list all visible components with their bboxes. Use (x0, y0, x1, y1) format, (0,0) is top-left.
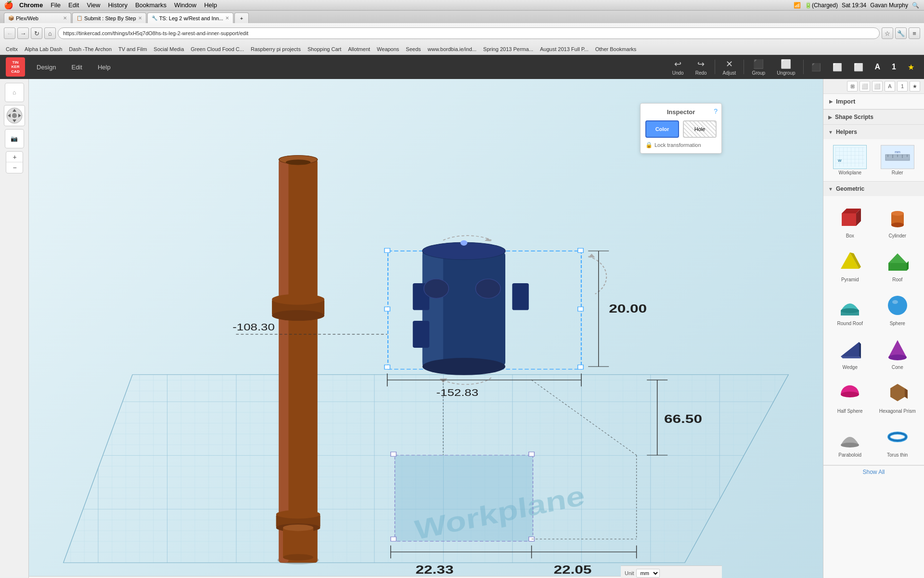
shape-pyramid[interactable]: Pyramid (827, 244, 873, 286)
sidebar-grid-view[interactable]: ⊞ (847, 81, 858, 92)
zoom-out-button[interactable]: − (6, 162, 23, 173)
redo-button[interactable]: ↪ Redo (692, 57, 711, 78)
extensions-btn[interactable]: 🔧 (895, 27, 907, 39)
menu-file[interactable]: File (51, 1, 61, 9)
bookmark-allotment[interactable]: Allotment (345, 45, 373, 53)
menu-edit[interactable]: Edit (68, 1, 79, 9)
undo-button[interactable]: ↩ Undo (668, 57, 688, 78)
svg-rect-40 (413, 321, 429, 348)
hole-button[interactable]: Hole (683, 120, 717, 138)
tab-favicon-active: 🔧 (152, 15, 157, 21)
shape-cone[interactable]: Cone (875, 331, 921, 373)
helper-ruler[interactable]: mm Ruler (875, 143, 921, 177)
view-letter-btn[interactable]: A (871, 61, 885, 73)
sidebar-num-view[interactable]: 1 (897, 81, 908, 92)
inspector-help[interactable]: ? (714, 107, 718, 115)
view-num-btn[interactable]: 1 (888, 61, 900, 73)
toolbar-separator-2 (744, 60, 744, 74)
bookmark-social[interactable]: Social Media (151, 45, 187, 53)
color-button[interactable]: Color (645, 120, 679, 138)
view-wireframe-btn[interactable]: ⬜ (829, 61, 846, 74)
zoom-in-button[interactable]: + (6, 152, 23, 162)
shape-cylinder[interactable]: Cylinder (875, 200, 921, 242)
helpers-header[interactable]: ▼ Helpers (823, 125, 924, 139)
apple-menu[interactable]: 🍎 (4, 0, 13, 10)
sidebar-letter-view[interactable]: A (885, 81, 895, 92)
app-menu-help[interactable]: Help (94, 62, 115, 73)
torus-label: Torus thin (887, 452, 908, 458)
bookmark-weapons[interactable]: Weapons (374, 45, 402, 53)
bookmark-bordbia[interactable]: www.bordbia.ie/ind... (425, 45, 480, 53)
show-all-button[interactable]: Show All (862, 469, 885, 475)
shape-round-roof[interactable]: Round Roof (827, 288, 873, 329)
view-ortho-btn[interactable]: ⬜ (850, 61, 867, 74)
helpers-grid: W Workplane (823, 139, 924, 181)
menu-chrome[interactable]: Chrome (19, 1, 43, 9)
menu-history[interactable]: History (108, 1, 127, 9)
import-row[interactable]: ▶ Import (823, 94, 924, 109)
sidebar-flat-view[interactable]: ⬜ (872, 81, 883, 92)
tinkercad-logo[interactable]: TINKERCAD (6, 57, 25, 77)
forward-button[interactable]: → (17, 27, 29, 39)
shape-wedge[interactable]: Wedge (827, 331, 873, 373)
address-bar[interactable]: https://tinkercad.com/things/lxH5q7dO8hs… (58, 27, 880, 39)
bookmark-tvfilm[interactable]: TV and Film (116, 45, 150, 53)
browser-tab-active[interactable]: 🔧 TS: Leg 2 w/Rest and Inn... ✕ (147, 13, 233, 23)
shape-torus[interactable]: Torus thin (875, 419, 921, 461)
bookmark-seeds[interactable]: Seeds (403, 45, 424, 53)
bookmark-spring[interactable]: Spring 2013 Perma... (480, 45, 536, 53)
bookmark-august[interactable]: August 2013 Full P... (537, 45, 591, 53)
shape-paraboloid[interactable]: Paraboloid (827, 419, 873, 461)
bookmark-dash[interactable]: Dash -The Archon (66, 45, 115, 53)
view-camera-button[interactable]: 📷 (5, 129, 24, 148)
left-panel: ⌂ 📷 + − (0, 79, 29, 578)
bookmark-raspberry[interactable]: Raspberry pi projects (248, 45, 304, 53)
view-pan-control[interactable] (4, 105, 25, 126)
home-button[interactable]: ⌂ (44, 27, 56, 39)
shape-roof[interactable]: Roof (875, 244, 921, 286)
sidebar-3d-view[interactable]: ⬜ (860, 81, 870, 92)
app-menu-edit[interactable]: Edit (67, 62, 86, 73)
helper-workplane[interactable]: W Workplane (827, 143, 873, 177)
refresh-button[interactable]: ↻ (31, 27, 42, 39)
menu-view[interactable]: View (87, 1, 100, 9)
3d-viewport[interactable]: Workplane (29, 79, 823, 578)
bookmark-other[interactable]: Other Bookmarks (592, 45, 640, 53)
shape-sphere[interactable]: Sphere (875, 288, 921, 329)
bookmark-shopping[interactable]: Shopping Cart (305, 45, 344, 53)
tab-close-active[interactable]: ✕ (225, 15, 229, 21)
geometric-header[interactable]: ▼ Geometric (823, 182, 924, 196)
search-icon[interactable]: 🔍 (912, 2, 919, 9)
menu-bookmarks[interactable]: Bookmarks (135, 1, 167, 9)
group-button[interactable]: ⬛ Group (748, 57, 769, 78)
browser-tab-submit[interactable]: 📋 Submit : Step By Step ✕ (72, 13, 146, 23)
adjust-button[interactable]: ✕ Adjust (719, 57, 740, 78)
menu-help[interactable]: Help (204, 1, 217, 9)
shape-box[interactable]: Box (827, 200, 873, 242)
favorites-btn[interactable]: ★ (904, 61, 918, 74)
tab-close-plex[interactable]: ✕ (63, 15, 67, 21)
menu-items: Chrome File Edit View History Bookmarks … (19, 1, 217, 9)
shape-scripts-header[interactable]: ▶ Shape Scripts (823, 110, 924, 124)
new-tab-button[interactable]: + (234, 13, 249, 23)
bookmark-star[interactable]: ☆ (882, 27, 893, 39)
zoom-group: + − (6, 151, 23, 173)
ungroup-button[interactable]: ⬜ Ungroup (773, 57, 799, 78)
sidebar-star-view[interactable]: ★ (910, 81, 920, 92)
browser-tab-plex[interactable]: 📦 Plex/Web ✕ (4, 13, 71, 23)
tab-close-submit[interactable]: ✕ (138, 15, 142, 21)
unit-select[interactable]: mm cm in (636, 569, 660, 578)
menu-window[interactable]: Window (174, 1, 196, 9)
bookmark-alphalab[interactable]: Alpha Lab Dash (22, 45, 65, 53)
back-button[interactable]: ← (4, 27, 15, 39)
shape-hexagonal-prism[interactable]: Hexagonal Prism (875, 375, 921, 417)
bookmark-celtx[interactable]: Celtx (3, 45, 21, 53)
app-menu-design[interactable]: Design (33, 62, 60, 73)
view-home-button[interactable]: ⌂ (5, 83, 24, 102)
bookmark-greencloud[interactable]: Green Cloud Food C... (188, 45, 247, 53)
svg-point-98 (841, 308, 859, 313)
shape-half-sphere[interactable]: Half Sphere (827, 375, 873, 417)
view-cube-btn[interactable]: ⬛ (808, 61, 825, 74)
lock-transform-row[interactable]: 🔒 Lock transformation (645, 142, 717, 148)
browser-menu-btn[interactable]: ≡ (909, 27, 920, 39)
